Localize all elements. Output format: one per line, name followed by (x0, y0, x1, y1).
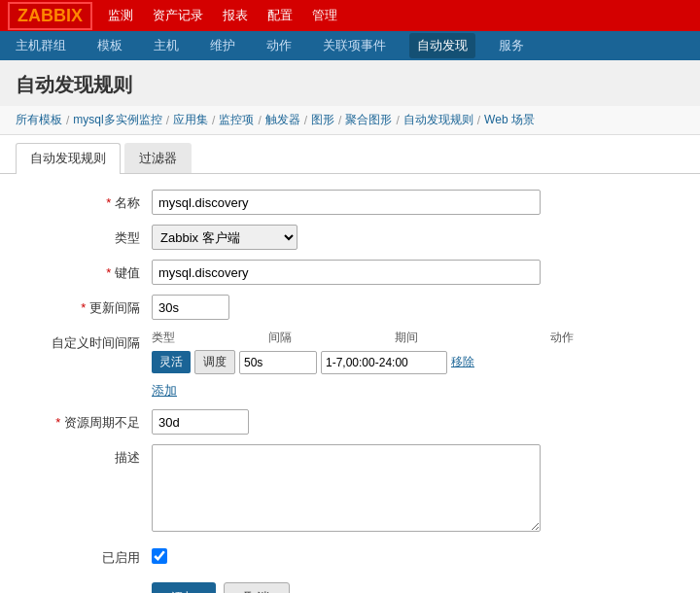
cancel-button[interactable]: 取消 (224, 582, 290, 593)
breadcrumb-sep-2: / (166, 114, 169, 127)
custom-interval-label: 自定义时间间隔 (16, 330, 152, 352)
update-interval-row: 更新间隔 (16, 295, 684, 320)
nav-events[interactable]: 关联项事件 (315, 33, 394, 58)
key-field (152, 260, 684, 285)
description-textarea[interactable] (152, 444, 541, 532)
custom-interval-field: 类型 间隔 期间 动作 灵活 调度 移除 添加 (152, 330, 684, 400)
interval-interval-header: 间隔 (268, 330, 395, 346)
lifetime-input[interactable] (152, 409, 249, 435)
description-field (152, 444, 684, 535)
breadcrumb-sep-3: / (212, 114, 215, 127)
tab-discovery-rules[interactable]: 自动发现规则 (16, 143, 121, 174)
interval-type-header: 类型 (152, 330, 268, 346)
interval-action-header: 动作 (550, 330, 609, 346)
breadcrumb-all-templates[interactable]: 所有模板 (16, 112, 62, 128)
enabled-field (152, 544, 684, 567)
top-nav: ZABBIX 监测 资产记录 报表 配置 管理 (0, 0, 700, 31)
tab-filters[interactable]: 过滤器 (124, 143, 192, 173)
nav-actions[interactable]: 动作 (259, 33, 299, 58)
key-row: 键值 (16, 260, 684, 285)
breadcrumb-triggers[interactable]: 触发器 (265, 112, 300, 128)
interval-period-header: 期间 (395, 330, 550, 346)
breadcrumb-mysql[interactable]: mysql多实例监控 (73, 112, 161, 128)
update-interval-input[interactable] (152, 295, 229, 320)
nav-assets[interactable]: 资产记录 (153, 7, 203, 24)
name-row: 名称 (16, 190, 684, 215)
btn-flexible[interactable]: 灵活 (152, 351, 191, 373)
zabbix-logo: ZABBIX (8, 2, 92, 30)
remove-link[interactable]: 移除 (451, 354, 474, 370)
type-label: 类型 (16, 225, 152, 247)
breadcrumb-sep-7: / (396, 114, 399, 127)
breadcrumb-sep-6: / (338, 114, 341, 127)
btn-schedule[interactable]: 调度 (194, 350, 235, 374)
type-select[interactable]: Zabbix 客户端 SNMP v1 SNMP v2c SNMP v3 (152, 225, 298, 250)
form-container: 名称 类型 Zabbix 客户端 SNMP v1 SNMP v2c SNMP v… (0, 174, 700, 593)
description-label: 描述 (16, 444, 152, 467)
name-label: 名称 (16, 190, 152, 212)
breadcrumb: 所有模板 / mysql多实例监控 / 应用集 / 监控项 / 触发器 / 图形… (0, 106, 700, 135)
interval-value-input[interactable] (239, 351, 317, 374)
key-input[interactable] (152, 260, 541, 285)
nav-config[interactable]: 配置 (267, 7, 293, 24)
nav-host-groups[interactable]: 主机群组 (8, 33, 74, 58)
update-interval-field (152, 295, 684, 320)
key-label: 键值 (16, 260, 152, 282)
nav-reports[interactable]: 报表 (223, 7, 248, 24)
breadcrumb-graphs[interactable]: 图形 (311, 112, 334, 128)
type-row: 类型 Zabbix 客户端 SNMP v1 SNMP v2c SNMP v3 (16, 225, 684, 250)
add-interval-link[interactable]: 添加 (152, 382, 684, 400)
type-field: Zabbix 客户端 SNMP v1 SNMP v2c SNMP v3 (152, 225, 684, 250)
logo-text: ZABBIX (18, 6, 83, 25)
nav-monitoring[interactable]: 监测 (108, 7, 133, 24)
breadcrumb-sep-8: / (477, 114, 480, 127)
breadcrumb-agg-graphs[interactable]: 聚合图形 (345, 112, 392, 128)
nav-discovery[interactable]: 自动发现 (409, 33, 475, 58)
nav-admin[interactable]: 管理 (312, 7, 337, 24)
action-buttons: 添加 取消 (152, 582, 684, 593)
interval-row-1: 灵活 调度 移除 (152, 350, 684, 374)
custom-interval-row: 自定义时间间隔 类型 间隔 期间 动作 灵活 调度 移除 添加 (16, 330, 684, 400)
period-value-input[interactable] (321, 351, 447, 374)
breadcrumb-appset[interactable]: 应用集 (173, 112, 208, 128)
nav-hosts[interactable]: 主机 (146, 33, 187, 58)
enabled-label: 已启用 (16, 544, 152, 567)
enabled-checkbox[interactable] (152, 548, 167, 564)
name-field (152, 190, 684, 215)
page-title: 自动发现规则 (0, 60, 700, 106)
lifetime-field (152, 409, 684, 435)
second-nav: 主机群组 模板 主机 维护 动作 关联项事件 自动发现 服务 (0, 31, 700, 60)
nav-templates[interactable]: 模板 (89, 33, 130, 58)
update-interval-label: 更新间隔 (16, 295, 152, 317)
tab-bar: 自动发现规则 过滤器 (0, 135, 700, 174)
breadcrumb-web-scenarios[interactable]: Web 场景 (484, 112, 535, 128)
enabled-row: 已启用 (16, 544, 684, 567)
interval-header: 类型 间隔 期间 动作 (152, 330, 684, 346)
breadcrumb-items[interactable]: 监控项 (219, 112, 254, 128)
breadcrumb-sep-5: / (304, 114, 307, 127)
nav-maintenance[interactable]: 维护 (202, 33, 243, 58)
lifetime-row: 资源周期不足 (16, 409, 684, 435)
breadcrumb-sep-4: / (258, 114, 261, 127)
breadcrumb-discovery-rules[interactable]: 自动发现规则 (403, 112, 473, 128)
name-input[interactable] (152, 190, 541, 215)
lifetime-label: 资源周期不足 (16, 409, 152, 432)
description-row: 描述 (16, 444, 684, 535)
breadcrumb-sep-1: / (66, 114, 69, 127)
add-button[interactable]: 添加 (152, 582, 216, 593)
nav-services[interactable]: 服务 (491, 33, 532, 58)
